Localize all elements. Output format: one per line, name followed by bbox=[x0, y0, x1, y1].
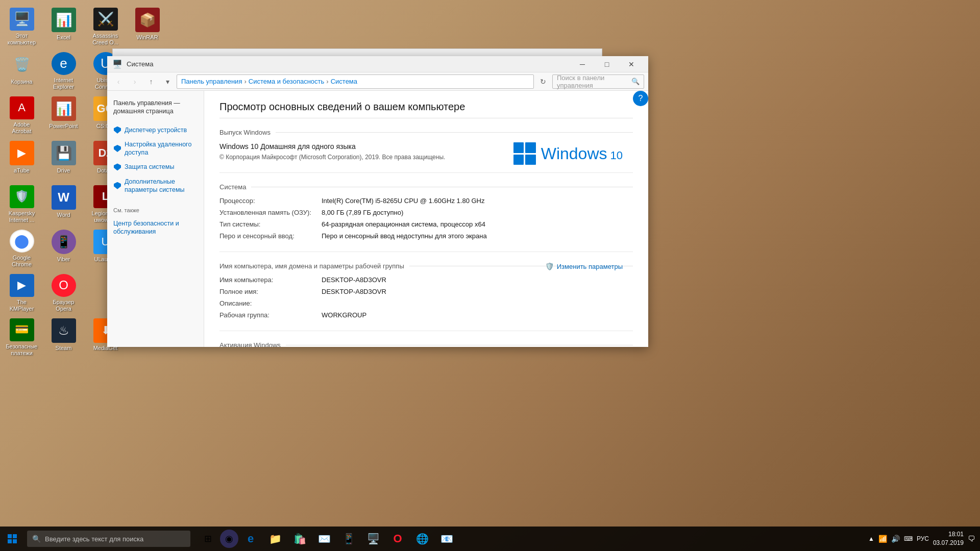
nav-up-button[interactable]: ↑ bbox=[144, 74, 158, 89]
tray-lang[interactable]: РУС bbox=[917, 535, 929, 542]
svg-rect-3 bbox=[13, 539, 17, 543]
window-body: ? Панель управления — домашняя страница … bbox=[107, 91, 648, 347]
svg-rect-1 bbox=[13, 534, 17, 538]
taskbar-app-store[interactable]: 🛍️ bbox=[287, 527, 312, 551]
windows-brand: Windows bbox=[541, 144, 607, 163]
tray-network-icon[interactable]: 📶 bbox=[878, 535, 887, 543]
desktop-icon-kmplayer[interactable]: ▶ The KMPlayer bbox=[3, 271, 41, 315]
taskview-button[interactable]: ⊞ bbox=[195, 527, 220, 551]
nav-forward-button[interactable]: › bbox=[128, 74, 142, 89]
desktop-icon-this-pc[interactable]: 🖥️ Этот компьютер bbox=[3, 5, 41, 48]
page-title: Просмотр основных сведений о вашем компь… bbox=[219, 101, 633, 118]
system-row-type: Тип системы: 64-разрядная операционная с… bbox=[219, 220, 633, 228]
desktop-icon-excel[interactable]: 📊 Excel bbox=[44, 5, 83, 48]
desktop-icon-adobe[interactable]: A Adobe Acrobat bbox=[3, 94, 41, 137]
desktop-icon-atube[interactable]: ▶ aTube bbox=[3, 138, 41, 182]
tray-show-hidden[interactable]: ▲ bbox=[868, 535, 874, 542]
svg-rect-0 bbox=[8, 534, 12, 538]
system-section: Система Процессор: Intel(R) Core(TM) i5-… bbox=[219, 183, 633, 252]
sidebar-see-also-title: См. также bbox=[113, 207, 198, 213]
tray-clock[interactable]: 18:01 03.07.2019 bbox=[933, 530, 964, 547]
desktop-icon-viber[interactable]: 📱 Viber bbox=[44, 227, 83, 270]
sidebar-link-remote[interactable]: Настройка удаленного доступа bbox=[107, 137, 204, 160]
computer-row-desc: Описание: bbox=[219, 299, 633, 307]
minimize-button[interactable]: ─ bbox=[571, 56, 594, 72]
taskbar-app-outlook[interactable]: 📧 bbox=[434, 527, 459, 551]
windows-version: 10 bbox=[610, 149, 623, 162]
taskbar-app-phone[interactable]: 📱 bbox=[336, 527, 361, 551]
tray-keyboard-icon[interactable]: ⌨ bbox=[904, 535, 913, 542]
section-header-release: Выпуск Windows bbox=[219, 129, 633, 136]
desktop-icon-winrar[interactable]: 📦 WinRAR bbox=[128, 5, 166, 48]
breadcrumb-part1[interactable]: Панель управления bbox=[181, 78, 242, 85]
sidebar-link-devices[interactable]: Диспетчер устройств bbox=[107, 123, 204, 137]
windows-copyright: © Корпорация Майкрософт (Microsoft Corpo… bbox=[219, 154, 445, 161]
taskbar-search-text: Введите здесь текст для поиска bbox=[45, 535, 143, 543]
taskbar-app-chrome[interactable]: 🌐 bbox=[410, 527, 434, 551]
sidebar-link-advanced[interactable]: Дополнительные параметры системы bbox=[107, 174, 204, 197]
change-settings-button[interactable]: 🛡️ Изменить параметры bbox=[545, 262, 623, 270]
computer-row-workgroup: Рабочая группа: WORKGROUP bbox=[219, 311, 633, 319]
desktop-icon-ie[interactable]: e Internet Explorer bbox=[44, 49, 83, 93]
sidebar: Панель управления — домашняя страница Ди… bbox=[107, 91, 204, 347]
desktop-icon-floppy[interactable]: 💾 Drive bbox=[44, 138, 83, 182]
desktop-icon-opera[interactable]: O Браузер Opera bbox=[44, 271, 83, 315]
taskbar-search-icon: 🔍 bbox=[32, 535, 41, 543]
window-titlebar: 🖥️ Система ─ □ ✕ bbox=[107, 56, 648, 72]
taskbar-search[interactable]: 🔍 Введите здесь текст для поиска bbox=[27, 531, 190, 547]
taskbar-app-opera[interactable]: O bbox=[385, 527, 410, 551]
desktop-icon-bezopasnie[interactable]: 💳 Безопасные платежи bbox=[3, 316, 41, 359]
refresh-button[interactable]: ↻ bbox=[536, 74, 550, 89]
breadcrumb-part2[interactable]: Система и безопасность bbox=[249, 78, 325, 85]
window-addressbar: ‹ › ↑ ▾ Панель управления › Система и бе… bbox=[107, 72, 648, 91]
window-controls: ─ □ ✕ bbox=[571, 56, 643, 72]
nav-back-button[interactable]: ‹ bbox=[111, 74, 126, 89]
taskbar-app-screen[interactable]: 🖥️ bbox=[361, 527, 385, 551]
desktop-icon-assassins[interactable]: ⚔️ Assassins Creed O... bbox=[86, 5, 125, 48]
activation-section: Активация Windows Активация Windows выпо… bbox=[219, 341, 633, 347]
taskbar-tray: ▲ 📶 🔊 ⌨ РУС 18:01 03.07.2019 🗨 bbox=[863, 527, 980, 551]
window-title-text: Система bbox=[127, 60, 571, 68]
breadcrumb-part3[interactable]: Система bbox=[331, 78, 357, 85]
system-window: 🖥️ Система ─ □ ✕ ‹ › ↑ ▾ Панель управлен… bbox=[107, 56, 648, 347]
system-row-pen: Перо и сенсорный ввод: Перо и сенсорный … bbox=[219, 232, 633, 240]
sidebar-security-center-link[interactable]: Центр безопасности и обслуживания bbox=[113, 216, 198, 239]
tray-speaker-icon[interactable]: 🔊 bbox=[891, 535, 900, 543]
windows-edition: Windows 10 Домашняя для одного языка bbox=[219, 142, 445, 151]
computer-row-fullname: Полное имя: DESKTOP-A8D3OVR bbox=[219, 288, 633, 295]
recent-locations-button[interactable]: ▾ bbox=[160, 74, 175, 89]
tray-notification[interactable]: 🗨 bbox=[968, 535, 975, 543]
section-header-activation: Активация Windows bbox=[219, 341, 633, 347]
desktop-icon-recycle[interactable]: 🗑️ Корзина bbox=[3, 49, 41, 93]
start-button[interactable] bbox=[0, 527, 24, 551]
help-button[interactable]: ? bbox=[633, 91, 648, 106]
search-bar[interactable]: Поиск в панели управления 🔍 bbox=[552, 74, 644, 89]
main-content: Просмотр основных сведений о вашем компь… bbox=[204, 91, 648, 347]
sidebar-link-protection[interactable]: Защита системы bbox=[107, 160, 204, 174]
taskbar-app-mail[interactable]: ✉️ bbox=[312, 527, 336, 551]
sidebar-see-also: См. также Центр безопасности и обслужива… bbox=[107, 207, 204, 239]
taskbar-app-cortana[interactable]: ◉ bbox=[220, 530, 238, 548]
window-app-icon: 🖥️ bbox=[112, 59, 122, 69]
computer-row-name: Имя компьютера: DESKTOP-A8D3OVR bbox=[219, 276, 633, 284]
taskbar-app-edge[interactable]: e bbox=[238, 527, 263, 551]
windows-release-section: Выпуск Windows Windows 10 Домашняя для о… bbox=[219, 129, 633, 173]
desktop-icon-steam[interactable]: ♨ Steam bbox=[44, 316, 83, 359]
computer-name-section: Имя компьютера, имя домена и параметры р… bbox=[219, 262, 633, 331]
taskbar: 🔍 Введите здесь текст для поиска ⊞ ◉ e 📁… bbox=[0, 527, 980, 551]
tray-date: 03.07.2019 bbox=[933, 539, 964, 547]
svg-rect-2 bbox=[8, 539, 12, 543]
desktop-icon-kaspersky[interactable]: 🛡️ Kaspersky Internet ... bbox=[3, 183, 41, 226]
system-row-ram: Установленная память (ОЗУ): 8,00 ГБ (7,8… bbox=[219, 209, 633, 216]
close-button[interactable]: ✕ bbox=[620, 56, 643, 72]
taskbar-app-explorer[interactable]: 📁 bbox=[263, 527, 287, 551]
desktop-icon-ppt[interactable]: 📊 PowerPoint bbox=[44, 94, 83, 137]
sidebar-home-link[interactable]: Панель управления — домашняя страница bbox=[107, 96, 204, 119]
desktop-icon-word[interactable]: W Word bbox=[44, 183, 83, 226]
tray-time: 18:01 bbox=[933, 530, 964, 539]
breadcrumb-sep1: › bbox=[244, 78, 246, 85]
desktop-icon-chrome[interactable]: ⬤ Google Chrome bbox=[3, 227, 41, 270]
breadcrumb-bar: Панель управления › Система и безопаснос… bbox=[177, 74, 534, 89]
search-text: Поиск в панели управления bbox=[557, 74, 631, 89]
maximize-button[interactable]: □ bbox=[595, 56, 619, 72]
